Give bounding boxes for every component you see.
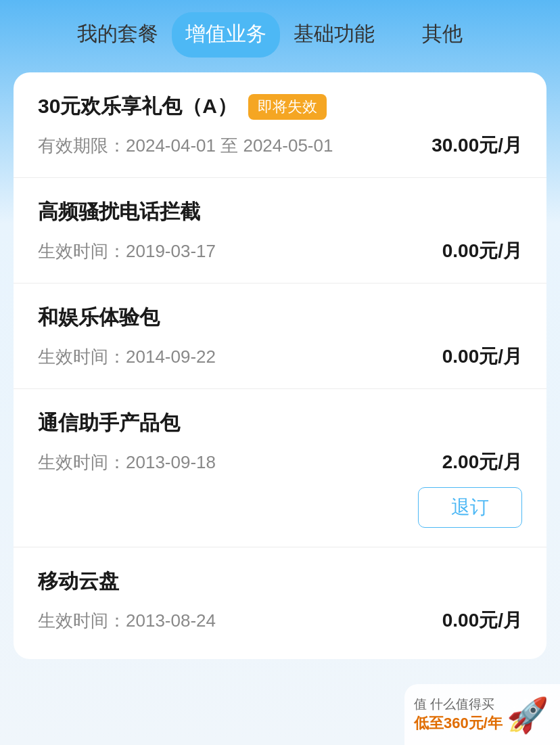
service-list-card: 30元欢乐享礼包（A） 即将失效 有效期限：2024-04-01 至 2024-… — [14, 72, 546, 659]
service-header-s5: 移动云盘 — [38, 568, 522, 595]
service-item-s4: 通信助手产品包 生效时间：2013-09-18 2.00元/月 退订 — [14, 389, 546, 547]
bottom-tip-line1: 值 什么值得买 — [414, 696, 494, 713]
service-price-s2: 0.00元/月 — [442, 238, 522, 264]
tab-value-added[interactable]: 增值业务 — [172, 12, 280, 58]
service-title-s1: 30元欢乐享礼包（A） — [38, 93, 237, 120]
service-title-s2: 高频骚扰电话拦截 — [38, 198, 200, 226]
service-meta-s3: 生效时间：2014-09-22 — [38, 345, 216, 369]
tab-bar: 我的套餐 增值业务 基础功能 其他 — [0, 0, 560, 58]
service-title-s3: 和娱乐体验包 — [38, 304, 160, 332]
tab-other[interactable]: 其他 — [388, 12, 496, 58]
service-meta-s2: 生效时间：2019-03-17 — [38, 240, 216, 263]
rocket-icon: 🚀 — [505, 692, 551, 738]
service-item-s3: 和娱乐体验包 生效时间：2014-09-22 0.00元/月 — [14, 284, 546, 389]
expire-badge-s1: 即将失效 — [248, 94, 327, 120]
service-price-s5: 0.00元/月 — [442, 608, 522, 633]
service-meta-s4: 生效时间：2013-09-18 — [38, 451, 216, 474]
service-header-s4: 通信助手产品包 — [38, 409, 522, 437]
service-item-s2: 高频骚扰电话拦截 生效时间：2019-03-17 0.00元/月 — [14, 178, 546, 284]
service-actions-s4: 退订 — [38, 487, 522, 528]
service-item-s5: 移动云盘 生效时间：2013-08-24 0.00元/月 — [14, 547, 546, 652]
service-meta-s1: 有效期限：2024-04-01 至 2024-05-01 — [38, 134, 333, 158]
tab-basic[interactable]: 基础功能 — [280, 12, 388, 58]
unsubscribe-button-s4[interactable]: 退订 — [418, 487, 522, 528]
service-title-s5: 移动云盘 — [38, 568, 119, 595]
tab-my-plan[interactable]: 我的套餐 — [64, 12, 172, 58]
service-detail-s4: 生效时间：2013-09-18 2.00元/月 — [38, 449, 522, 475]
service-price-s1: 30.00元/月 — [431, 133, 522, 158]
service-header-s1: 30元欢乐享礼包（A） 即将失效 — [38, 93, 522, 120]
service-item-s1: 30元欢乐享礼包（A） 即将失效 有效期限：2024-04-01 至 2024-… — [14, 72, 546, 178]
service-header-s3: 和娱乐体验包 — [38, 304, 522, 332]
service-title-s4: 通信助手产品包 — [38, 409, 180, 437]
service-detail-s3: 生效时间：2014-09-22 0.00元/月 — [38, 344, 522, 369]
service-price-s3: 0.00元/月 — [442, 344, 522, 369]
service-header-s2: 高频骚扰电话拦截 — [38, 198, 522, 226]
service-meta-s5: 生效时间：2013-08-24 — [38, 609, 216, 633]
service-detail-s2: 生效时间：2019-03-17 0.00元/月 — [38, 238, 522, 264]
bottom-tip-line2: 低至360元/年 — [414, 713, 503, 733]
service-price-s4: 2.00元/月 — [442, 449, 522, 475]
service-detail-s1: 有效期限：2024-04-01 至 2024-05-01 30.00元/月 — [38, 133, 522, 158]
service-detail-s5: 生效时间：2013-08-24 0.00元/月 — [38, 608, 522, 633]
